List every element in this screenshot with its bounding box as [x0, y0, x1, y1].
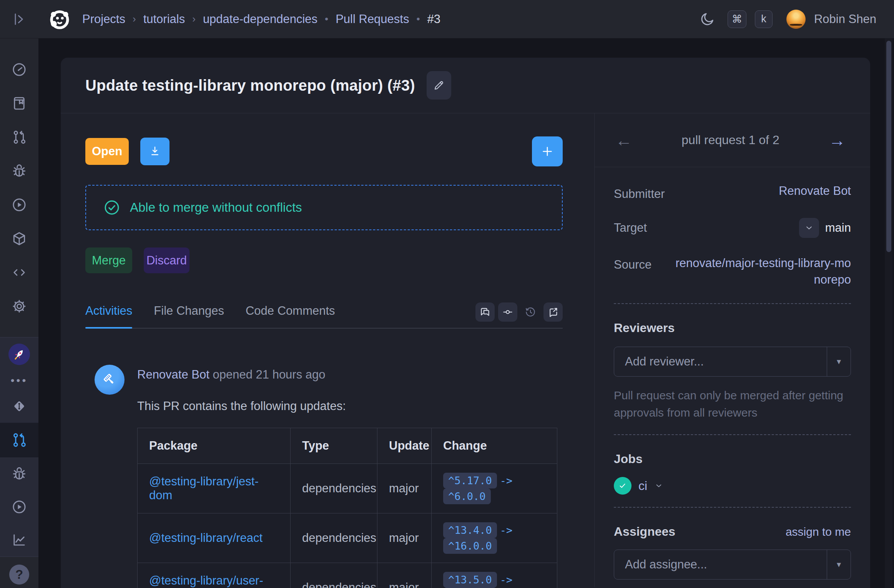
assign-to-me-link[interactable]: assign to me	[786, 525, 851, 538]
prev-pr-arrow[interactable]: ←	[615, 131, 632, 150]
add-button[interactable]	[532, 136, 563, 166]
breadcrumb-pr-number: #3	[427, 12, 440, 26]
code-icon[interactable]	[0, 256, 38, 289]
username[interactable]: Robin Shen	[814, 12, 876, 26]
breadcrumb-project[interactable]: tutorials	[143, 12, 185, 26]
col-package: Package	[138, 428, 291, 464]
breadcrumb-repo[interactable]: update-dependencies	[203, 12, 317, 26]
tab-file-changes[interactable]: File Changes	[154, 304, 224, 328]
pr-header: Update testing-library monorepo (major) …	[61, 58, 870, 113]
play-circle-icon[interactable]	[0, 188, 38, 222]
activity-timestamp: opened 21 hours ago	[213, 368, 325, 381]
edit-title-button[interactable]	[427, 71, 451, 100]
sidebar-project-section: •••	[0, 337, 38, 556]
activity-body-text: This PR contains the following updates:	[137, 399, 563, 413]
dropdown-caret-icon[interactable]: ▾	[827, 550, 851, 579]
docs-book-icon[interactable]	[0, 86, 38, 120]
play-circle-icon[interactable]	[0, 490, 38, 523]
chevron-down-icon[interactable]	[654, 481, 663, 490]
add-assignee-select[interactable]: Add assignee... ▾	[614, 550, 851, 580]
project-rocket-avatar[interactable]	[0, 337, 38, 371]
source-branch-name[interactable]: renovate/major-testing-library-monorepo	[670, 255, 851, 288]
commit-icon[interactable]	[498, 302, 517, 322]
check-circle-icon	[103, 199, 121, 216]
package-icon[interactable]	[0, 222, 38, 256]
next-pr-arrow[interactable]: →	[829, 131, 846, 150]
version-to: ^6.0.0	[443, 488, 491, 504]
pr-tab-bar: Activities File Changes Code Comments	[85, 304, 563, 329]
job-row-ci[interactable]: ci	[614, 477, 851, 495]
add-reviewer-select[interactable]: Add reviewer... ▾	[614, 347, 851, 377]
tab-activities[interactable]: Activities	[85, 304, 132, 328]
dashboard-gauge-icon[interactable]	[0, 53, 38, 86]
dashed-divider	[614, 434, 851, 435]
breadcrumb-projects[interactable]: Projects	[82, 12, 125, 26]
update-cell: major	[377, 513, 432, 563]
help-icon[interactable]: ?	[0, 557, 38, 588]
col-update: Update	[377, 428, 432, 464]
update-cell: major	[377, 464, 432, 513]
left-sidebar: •••	[0, 38, 38, 588]
insights-chart-icon[interactable]	[0, 523, 38, 556]
table-header-row: Package Type Update Change	[138, 428, 557, 464]
merge-button[interactable]: Merge	[85, 247, 132, 273]
pr-state-badge: Open	[85, 138, 129, 165]
avatar[interactable]	[786, 10, 806, 29]
scrollbar-track[interactable]	[885, 38, 892, 588]
package-link[interactable]: @testing-library/user-event	[149, 574, 263, 588]
k-key: k	[755, 10, 773, 28]
target-label: Target	[614, 218, 647, 235]
merge-status-box: Able to merge without conflicts	[85, 185, 563, 230]
dashed-divider	[614, 303, 851, 304]
add-assignee-placeholder: Add assignee...	[614, 550, 827, 579]
pull-request-icon[interactable]	[0, 120, 38, 154]
type-cell: dependencies	[291, 513, 377, 563]
pr-main-column: Open Able to merge	[61, 113, 594, 587]
job-name[interactable]: ci	[638, 479, 647, 493]
more-ellipsis-icon[interactable]: •••	[0, 371, 38, 390]
submitter-value[interactable]: Renovate Bot	[779, 184, 851, 198]
col-change: Change	[432, 428, 557, 464]
renovate-bot-avatar	[95, 365, 125, 395]
history-icon[interactable]	[521, 302, 540, 322]
type-cell: dependencies	[291, 563, 377, 588]
target-branch-dropdown[interactable]	[799, 218, 819, 238]
breadcrumb-chevron: ›	[133, 13, 136, 25]
pr-pager: ← pull request 1 of 2 →	[595, 113, 870, 167]
change-arrow: ->	[500, 524, 513, 536]
discard-button[interactable]: Discard	[144, 247, 189, 273]
download-button[interactable]	[140, 138, 169, 165]
nav-right-cluster: ⌘ k Robin Shen	[699, 10, 894, 29]
merge-status-text: Able to merge without conflicts	[130, 200, 302, 215]
pr-action-row: Open	[85, 136, 563, 166]
app-logo[interactable]	[47, 7, 72, 32]
comments-icon[interactable]	[475, 302, 495, 322]
package-link[interactable]: @testing-library/jest-dom	[149, 475, 259, 502]
type-cell: dependencies	[291, 464, 377, 513]
pr-side-panel: ← pull request 1 of 2 → Submitter Renova…	[594, 113, 870, 587]
updates-table: Package Type Update Change @testing-libr…	[137, 428, 557, 588]
moon-icon[interactable]	[699, 11, 715, 27]
source-label: Source	[614, 255, 651, 272]
tab-code-comments[interactable]: Code Comments	[246, 304, 335, 328]
pr-title: Update testing-library monorepo (major) …	[85, 77, 415, 94]
git-repo-icon[interactable]	[0, 390, 38, 423]
reviewers-heading: Reviewers	[614, 321, 851, 335]
target-row: Target main	[614, 218, 851, 238]
sidebar-expand-icon[interactable]	[0, 0, 38, 38]
settings-gear-icon[interactable]	[0, 289, 38, 323]
version-from: ^13.5.0	[443, 572, 497, 588]
activity-author-link[interactable]: Renovate Bot	[137, 368, 209, 381]
package-link[interactable]: @testing-library/react	[149, 531, 263, 545]
dropdown-caret-icon[interactable]: ▾	[827, 347, 851, 376]
activity-entry: Renovate Bot opened 21 hours ago This PR…	[85, 365, 563, 588]
sidebar-item-pull-requests-active[interactable]	[0, 423, 38, 457]
bug-icon[interactable]	[0, 154, 38, 188]
share-comment-icon[interactable]	[543, 302, 563, 322]
scrollbar-thumb[interactable]	[886, 41, 891, 252]
jobs-heading: Jobs	[614, 452, 851, 466]
breadcrumb-pull-requests[interactable]: Pull Requests	[336, 12, 409, 26]
tab-action-icons	[475, 302, 563, 322]
breadcrumb-dot: •	[416, 13, 420, 25]
bug-icon[interactable]	[0, 457, 38, 490]
